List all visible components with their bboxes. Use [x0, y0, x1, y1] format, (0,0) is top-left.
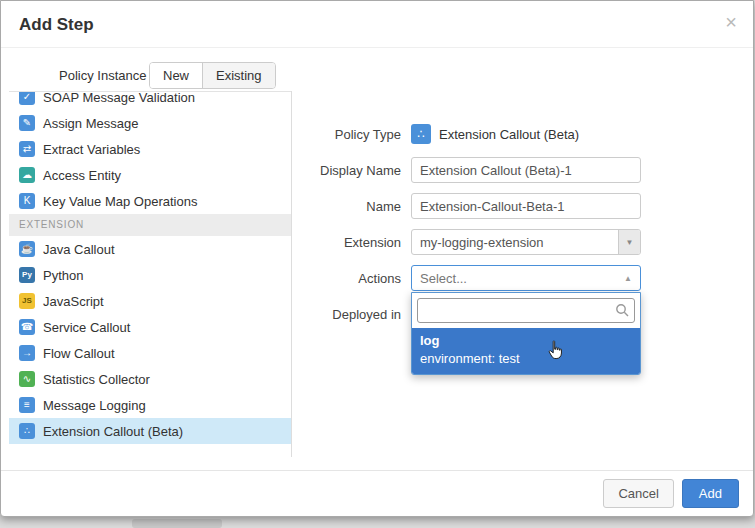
python-icon: Py — [19, 267, 35, 283]
java-callout-icon: ☕ — [19, 241, 35, 257]
modal-header: Add Step × — [1, 1, 753, 48]
close-icon[interactable]: × — [725, 12, 737, 32]
background-content-fragment — [132, 519, 222, 528]
policy-item-flow-callout[interactable]: →Flow Callout — [9, 340, 291, 366]
tab-existing[interactable]: Existing — [202, 63, 275, 88]
extension-select-value: my-logging-extension — [412, 235, 618, 250]
chevron-down-icon[interactable]: ▼ — [618, 230, 640, 254]
policy-item-java-callout[interactable]: ☕Java Callout — [9, 236, 291, 262]
key-value-map-operations-icon: K — [19, 193, 35, 209]
extract-variables-icon: ⇄ — [19, 141, 35, 157]
policy-item-label: Assign Message — [43, 116, 138, 131]
display-name-input[interactable] — [411, 157, 641, 183]
policy-type-label: Policy Type — [299, 127, 401, 142]
tab-new[interactable]: New — [150, 63, 202, 88]
policy-item-label: Python — [43, 268, 83, 283]
actions-search-input[interactable] — [417, 298, 635, 323]
display-name-row: Display Name — [299, 157, 669, 183]
policy-item-label: Extension Callout (Beta) — [43, 424, 183, 439]
modal-title: Add Step — [1, 1, 753, 35]
policy-type-row: Policy Type ∴ Extension Callout (Beta) — [299, 121, 669, 147]
policy-form: Policy Type ∴ Extension Callout (Beta) D… — [299, 121, 669, 337]
actions-option-sublabel: environment: test — [420, 350, 632, 368]
policy-item-label: SOAP Message Validation — [43, 91, 195, 105]
policy-item-service-callout[interactable]: ☎Service Callout — [9, 314, 291, 340]
search-icon — [615, 303, 630, 318]
extension-callout-icon: ∴ — [19, 423, 35, 439]
modal-footer: Cancel Add — [1, 470, 753, 516]
actions-dropdown-panel: logenvironment: test — [411, 292, 641, 375]
extension-callout-icon: ∴ — [411, 124, 431, 144]
javascript-icon: JS — [19, 293, 35, 309]
policy-item-assign-message[interactable]: ✎Assign Message — [9, 110, 291, 136]
actions-label: Actions — [299, 271, 401, 286]
policy-item-label: Access Entity — [43, 168, 121, 183]
name-input[interactable] — [411, 193, 641, 219]
policy-item-statistics-collector[interactable]: ∿Statistics Collector — [9, 366, 291, 392]
assign-message-icon: ✎ — [19, 115, 35, 131]
actions-search-wrap — [417, 298, 635, 323]
policy-item-soap-message-validation[interactable]: ✓SOAP Message Validation — [9, 91, 291, 110]
policy-item-key-value-map-operations[interactable]: KKey Value Map Operations — [9, 188, 291, 214]
add-button[interactable]: Add — [682, 479, 739, 508]
statistics-collector-icon: ∿ — [19, 371, 35, 387]
policy-item-label: Java Callout — [43, 242, 115, 257]
name-row: Name — [299, 193, 669, 219]
extension-select[interactable]: my-logging-extension ▼ — [411, 229, 641, 255]
policy-item-extract-variables[interactable]: ⇄Extract Variables — [9, 136, 291, 162]
display-name-label: Display Name — [299, 163, 401, 178]
vertical-divider — [291, 91, 292, 457]
policy-type-value: Extension Callout (Beta) — [439, 127, 579, 142]
policy-item-message-logging[interactable]: ≡Message Logging — [9, 392, 291, 418]
actions-row: Actions Select... ▲ logenvironment: test — [299, 265, 669, 291]
policy-item-label: JavaScript — [43, 294, 104, 309]
add-step-modal: Add Step × Policy Instance New Existing … — [0, 0, 754, 517]
policy-instance-toggle: New Existing — [149, 62, 276, 89]
chevron-up-icon: ▲ — [624, 274, 632, 283]
policy-item-label: Service Callout — [43, 320, 130, 335]
access-entity-icon: ☁ — [19, 167, 35, 183]
policy-list: ✓SOAP Message Validation✎Assign Message⇄… — [9, 91, 291, 457]
actions-select[interactable]: Select... ▲ logenvironment: test — [411, 265, 641, 291]
extension-section-header: EXTENSION — [9, 214, 291, 236]
message-logging-icon: ≡ — [19, 397, 35, 413]
cancel-button[interactable]: Cancel — [603, 479, 673, 508]
policy-item-label: Flow Callout — [43, 346, 115, 361]
actions-option-log[interactable]: logenvironment: test — [412, 328, 640, 374]
name-label: Name — [299, 199, 401, 214]
extension-label: Extension — [299, 235, 401, 250]
actions-option-label: log — [420, 332, 632, 350]
policy-item-python[interactable]: PyPython — [9, 262, 291, 288]
deployed-in-label: Deployed in — [299, 307, 401, 322]
policy-item-label: Key Value Map Operations — [43, 194, 197, 209]
policy-instance-label: Policy Instance — [59, 63, 146, 89]
policy-item-access-entity[interactable]: ☁Access Entity — [9, 162, 291, 188]
extension-row: Extension my-logging-extension ▼ — [299, 229, 669, 255]
page-background: Add Step × Policy Instance New Existing … — [0, 0, 755, 528]
cursor-hand-icon — [547, 340, 564, 361]
policy-item-extension-callout-beta[interactable]: ∴Extension Callout (Beta) — [9, 418, 291, 444]
policy-item-javascript[interactable]: JSJavaScript — [9, 288, 291, 314]
service-callout-icon: ☎ — [19, 319, 35, 335]
soap-message-validation-icon: ✓ — [19, 91, 35, 105]
policy-item-label: Message Logging — [43, 398, 146, 413]
flow-callout-icon: → — [19, 345, 35, 361]
actions-select-value: Select... — [412, 271, 640, 286]
policy-item-label: Extract Variables — [43, 142, 140, 157]
policy-item-label: Statistics Collector — [43, 372, 150, 387]
